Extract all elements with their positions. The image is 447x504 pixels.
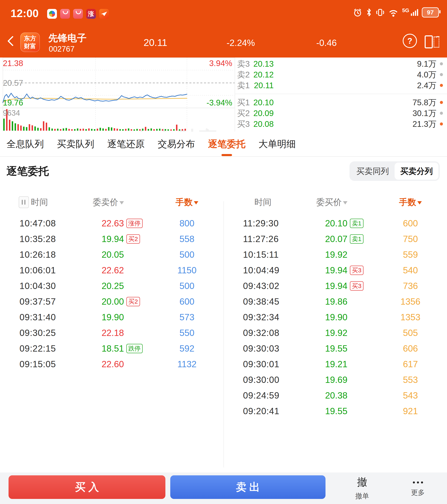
toggle-split-column[interactable]: 买卖分列: [394, 162, 438, 180]
col-lots[interactable]: 手数: [387, 197, 434, 208]
entrust-price: 20.38: [282, 390, 347, 400]
entrust-price: 19.55: [282, 406, 347, 416]
level-price: 20.13: [241, 59, 274, 68]
change-value: -0.46: [304, 38, 349, 48]
ask-row[interactable]: 卖220.124.0万: [235, 69, 447, 80]
col-ask-price[interactable]: 委卖价: [59, 197, 124, 208]
col-lots[interactable]: 手数: [164, 197, 210, 208]
battery-icon: 97: [422, 7, 439, 18]
tab-4[interactable]: 交易分布: [158, 138, 195, 150]
tab-3[interactable]: 逐笔还原: [107, 138, 145, 150]
level-volume: 75.8万: [412, 97, 436, 108]
entrust-lots: 921: [387, 406, 434, 416]
eastmoney-app-icon: [99, 9, 109, 19]
entrust-price: 19.55: [282, 343, 347, 354]
table-row: 09:30:0319.55606: [223, 341, 447, 356]
table-row: 10:04:3020.25500: [0, 278, 223, 294]
entrust-time: 10:04:49: [243, 265, 279, 275]
price-level-badge: 买3: [350, 266, 363, 275]
section-title: 逐笔委托: [6, 164, 49, 179]
volume-max-label: 9634: [3, 109, 20, 117]
more-dots-icon: [401, 475, 435, 486]
entrust-time: 09:24:59: [243, 390, 279, 400]
bid-row[interactable]: 买220.0930.1万: [235, 108, 447, 119]
ask-row[interactable]: 卖120.112.4万: [235, 80, 447, 91]
eastmoney-logo: 东方 财富: [20, 33, 40, 52]
col-bid-price[interactable]: 委买价: [282, 197, 347, 208]
order-book[interactable]: 卖320.139.1万卖220.124.0万卖120.112.4万买120.10…: [235, 57, 447, 131]
tab-5[interactable]: 逐笔委托: [208, 138, 246, 150]
sort-caret-icon: [120, 201, 124, 204]
tab-6[interactable]: 大单明细: [258, 138, 296, 150]
entrust-time: 09:15:05: [19, 359, 56, 369]
entrust-price: 19.86: [282, 296, 347, 307]
top-bar: 12:00 涨: [0, 0, 447, 57]
more-button[interactable]: 更多: [401, 475, 435, 497]
level-price: 20.09: [241, 108, 274, 118]
entrust-time: 09:32:08: [243, 328, 279, 338]
back-button[interactable]: [7, 36, 18, 46]
entrust-price: 22.62: [59, 265, 124, 275]
entrust-lots: 592: [164, 343, 210, 354]
sell-button[interactable]: 卖出: [170, 475, 325, 499]
ask-row[interactable]: 卖320.139.1万: [235, 58, 447, 69]
axis-low-label: 19.76: [3, 98, 23, 107]
level-price: 20.10: [241, 98, 274, 107]
entrust-price: 20.25: [59, 281, 124, 291]
entrust-lots: 617: [387, 359, 434, 369]
axis-mid-label: 20.57: [3, 78, 23, 88]
entrust-lots: 600: [164, 296, 210, 307]
table-divider: [223, 201, 224, 468]
entrust-lots: 736: [387, 281, 434, 291]
entrust-lots: 800: [164, 218, 210, 228]
cancel-order-button[interactable]: 撤 撤单: [345, 475, 379, 501]
entrust-lots: 1353: [387, 312, 434, 322]
price-level-badge: 跌停: [126, 344, 143, 353]
zhangting-app-icon: 涨: [86, 9, 96, 19]
entrust-time: 09:30:00: [243, 375, 279, 385]
bid-row[interactable]: 买120.1075.8万: [235, 97, 447, 108]
price-level-badge: 卖1: [350, 234, 363, 244]
table-row: 09:20:4119.55921: [223, 403, 447, 419]
entrust-price: 19.69: [282, 375, 347, 385]
status-time: 12:00: [11, 7, 39, 19]
stock-name: 先锋电子: [48, 32, 87, 44]
tab-2[interactable]: 买卖队列: [57, 138, 94, 150]
entrust-lots: 543: [387, 390, 434, 400]
fold-screen-icon[interactable]: ⌐: [425, 34, 439, 47]
entrust-price: 19.90: [282, 312, 347, 322]
toggle-same-column[interactable]: 买卖同列: [351, 162, 394, 180]
entrust-price: 19.90: [59, 312, 124, 322]
entrust-time: 09:32:34: [243, 312, 279, 322]
tab-1[interactable]: 全息队列: [6, 138, 44, 150]
buy-button[interactable]: 买入: [9, 475, 165, 499]
huawei-store-icon: [73, 9, 83, 19]
detail-tabs: 全息队列买卖队列逐笔还原交易分布逐笔委托大单明细: [0, 132, 447, 157]
table-row: 10:04:4919.94买3540: [223, 262, 447, 278]
help-icon[interactable]: ?: [403, 34, 417, 48]
entrust-time: 10:06:01: [19, 265, 56, 275]
entrust-price: 19.94: [59, 234, 124, 244]
entrust-lots: 606: [387, 343, 434, 354]
percent-down-label: -3.94%: [206, 98, 232, 107]
entrust-lots: 1132: [164, 359, 210, 369]
entrust-time: 11:29:30: [243, 218, 279, 228]
alarm-icon: [353, 8, 362, 17]
pause-icon[interactable]: [19, 196, 29, 208]
entrust-price: 22.63: [59, 218, 124, 228]
entrust-lots: 553: [387, 375, 434, 385]
table-row: 09:31:4019.90573: [0, 309, 223, 325]
entrust-lots: 540: [387, 265, 434, 275]
percent-up-label: 3.94%: [209, 59, 232, 68]
level-volume: 30.1万: [412, 108, 436, 119]
bid-row[interactable]: 买320.0821.3万: [235, 119, 447, 129]
intraday-chart-panel[interactable]: 东方财富 21.38 20.57 19.76 9634 3.94% -3.94%…: [0, 57, 447, 132]
table-row: 09:32:0819.92505: [223, 325, 447, 341]
chart-canvas: [0, 57, 235, 131]
table-row: 09:15:0522.601132: [0, 356, 223, 372]
table-row: 10:35:2819.94买2558: [0, 231, 223, 247]
table-row: 11:29:3020.10卖1600: [223, 216, 447, 231]
entrust-price: 18.51: [59, 343, 124, 354]
order-dot-icon: [440, 73, 443, 76]
sell-table-header: 时间 委卖价 手数: [0, 187, 223, 216]
